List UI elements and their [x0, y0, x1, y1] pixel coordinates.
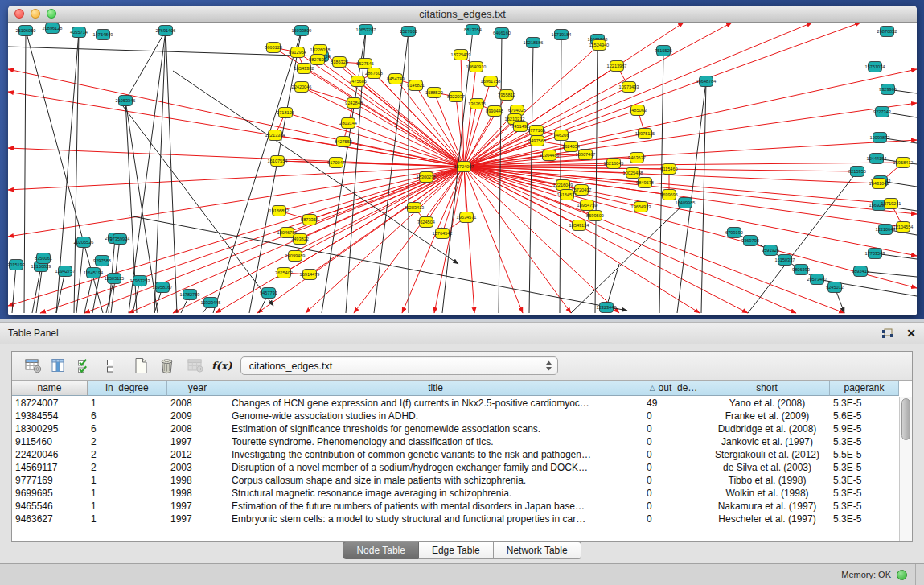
graph-node[interactable]: 10549124	[569, 220, 589, 231]
table-row[interactable]: 911546021997Tourette syndrome. Phenomeno…	[12, 435, 899, 448]
graph-node[interactable]: 5873354	[301, 215, 318, 225]
graph-node[interactable]: 9115460	[660, 164, 677, 175]
graph-node[interactable]: 8454749	[387, 74, 405, 84]
graph-node[interactable]: 4055714	[70, 27, 88, 38]
graph-node[interactable]: 22420046	[292, 82, 312, 93]
graph-node-hub[interactable]: 18724007	[454, 162, 474, 172]
graph-node[interactable]: 15958412	[893, 158, 914, 168]
graph-node[interactable]: 10807467	[576, 150, 596, 160]
graph-node[interactable]: 17703543	[865, 249, 885, 259]
graph-node[interactable]: 20896128	[43, 23, 63, 34]
graph-node[interactable]: 9242848	[345, 98, 363, 109]
graph-node[interactable]: 9297588	[93, 256, 111, 266]
graph-node[interactable]: 16107554	[268, 156, 288, 167]
column-chooser-icon[interactable]	[46, 354, 72, 378]
column-header-title[interactable]: title	[228, 381, 643, 396]
graph-node[interactable]: 15764542	[433, 229, 453, 239]
graph-node[interactable]: 14099489	[285, 251, 306, 262]
graph-node[interactable]: 9777169	[528, 126, 545, 136]
graph-node[interactable]: 16431045	[869, 179, 889, 189]
graph-node[interactable]: 16543382	[294, 64, 314, 74]
graph-node[interactable]: 12444154	[867, 154, 887, 164]
graph-node[interactable]: 20573407	[807, 274, 827, 285]
float-panel-icon[interactable]	[881, 328, 894, 339]
graph-node[interactable]: 14754849	[93, 30, 113, 40]
graph-node[interactable]: 27691406	[156, 26, 176, 36]
new-file-icon[interactable]	[128, 354, 154, 378]
graph-node[interactable]: 8427552	[335, 137, 352, 147]
graph-node[interactable]: 7624504	[417, 217, 435, 228]
graph-node[interactable]: 9369798	[741, 236, 759, 246]
graph-node[interactable]: 20206526	[74, 237, 94, 248]
scrollbar-thumb[interactable]	[901, 398, 910, 440]
graph-node[interactable]: 11524940	[589, 40, 609, 51]
graph-node[interactable]: 6466160	[493, 28, 511, 39]
graph-node[interactable]: 12104554	[893, 222, 914, 233]
column-header-short[interactable]: short	[704, 381, 830, 396]
graph-node[interactable]: 2867608	[365, 68, 383, 79]
graph-node[interactable]: 13719241	[881, 199, 901, 209]
graph-node[interactable]: 10653287	[356, 25, 376, 35]
graph-node[interactable]: 8215955	[848, 167, 866, 177]
graph-node[interactable]: 26876852	[877, 27, 897, 37]
graph-node[interactable]: 12942757	[55, 266, 76, 277]
column-header-name[interactable]: name	[12, 381, 88, 396]
graph-node[interactable]: 9146821	[407, 80, 425, 91]
table-row[interactable]: 946554611997Estimation of the future num…	[12, 500, 899, 513]
graph-node[interactable]: 8322037	[447, 92, 465, 102]
column-header-pagerank[interactable]: pagerank	[830, 381, 899, 396]
graph-node[interactable]: 18300295	[417, 172, 437, 183]
graph-node[interactable]: 8350061	[35, 253, 52, 264]
graph-node[interactable]: 7955812	[498, 90, 515, 101]
table-row[interactable]: 969969511998Structural magnetic resonanc…	[12, 487, 899, 500]
graph-node[interactable]: 16409985	[676, 198, 696, 208]
graph-node[interactable]: 10973493	[619, 82, 639, 93]
graph-node[interactable]: 25106050	[16, 26, 36, 36]
tab-node-table[interactable]: Node Table	[343, 542, 419, 559]
tab-network-table[interactable]: Network Table	[494, 542, 581, 559]
graph-node[interactable]: 16914479	[300, 270, 320, 280]
graph-node[interactable]: 3493822	[291, 234, 309, 245]
graph-node[interactable]: 12216049	[553, 180, 573, 191]
graph-node[interactable]: 18226058	[310, 45, 331, 56]
graph-node[interactable]: 19166852	[269, 206, 290, 216]
network-canvas[interactable]: 2510605020896128405571414754849276914061…	[8, 23, 917, 315]
graph-node[interactable]: 10025488	[623, 168, 643, 179]
graph-node[interactable]: 8660128	[265, 43, 282, 53]
graph-node[interactable]: 17957253	[130, 276, 150, 286]
table-row[interactable]: 1830029562008Estimation of significance …	[12, 422, 899, 435]
select-all-rows-icon[interactable]	[72, 354, 97, 378]
window-titlebar[interactable]: citations_edges.txt	[8, 6, 917, 23]
table-scrollbar[interactable]	[899, 397, 912, 541]
graph-node[interactable]: 7515526	[655, 46, 672, 56]
close-panel-icon[interactable]: ✕	[906, 328, 916, 339]
graph-node[interactable]: 9329966	[879, 84, 897, 95]
graph-node[interactable]: 8599509	[586, 211, 604, 221]
table-settings-icon[interactable]	[20, 354, 46, 378]
graph-node[interactable]: 12505115	[105, 274, 124, 284]
graph-node[interactable]: 18954759	[577, 200, 598, 211]
graph-node[interactable]: 8912954	[289, 47, 306, 58]
graph-node[interactable]: 19534571	[457, 212, 477, 223]
graph-node[interactable]: 9457791	[260, 288, 277, 299]
graph-node[interactable]: 11283413	[405, 203, 424, 213]
graph-node[interactable]: 16216045	[604, 159, 624, 169]
table-select-dropdown[interactable]: citations_edges.txt	[240, 356, 558, 375]
graph-node[interactable]: 20364486	[540, 150, 560, 161]
graph-node[interactable]: 17359924	[110, 234, 130, 245]
graph-node[interactable]: 16033809	[292, 26, 312, 36]
graph-node[interactable]: 11645194	[84, 268, 103, 278]
delete-icon[interactable]	[154, 354, 179, 378]
graph-node[interactable]: 9245012	[826, 282, 844, 293]
graph-node[interactable]: 9806393	[792, 265, 810, 275]
graph-node[interactable]: 9892419	[852, 266, 869, 277]
graph-node[interactable]: 1362615	[468, 99, 486, 109]
graph-node[interactable]: 3624554	[562, 142, 580, 152]
graph-node[interactable]: 9015193	[8, 260, 25, 270]
graph-node[interactable]: 9827503	[309, 55, 326, 65]
graph-node[interactable]: 18640910	[466, 62, 487, 72]
graph-node[interactable]: 1588520	[425, 88, 443, 98]
graph-node[interactable]: 746266	[554, 130, 569, 141]
graph-node[interactable]: 9170047	[327, 158, 345, 168]
graph-node[interactable]: 6497568	[528, 136, 546, 146]
